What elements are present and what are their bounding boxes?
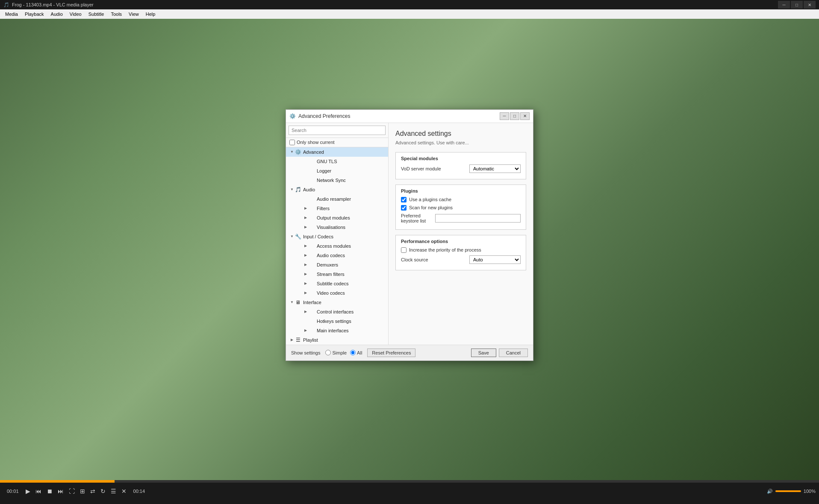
tree-item-gnu-tls[interactable]: GNU TLS	[286, 157, 388, 166]
vod-server-row: VoD server module Automatic	[401, 164, 521, 173]
fullscreen-button[interactable]: ⛶	[67, 487, 77, 495]
tree-item-interface[interactable]: 🖥 Interface	[286, 298, 388, 307]
tree-item-advanced[interactable]: ⚙️ Advanced	[286, 147, 388, 157]
tree-icon-main-interfaces	[308, 327, 315, 334]
show-settings-area: Show settings Simple All Reset Preferenc…	[291, 349, 415, 357]
dialog-restore-button[interactable]: □	[510, 112, 519, 120]
expand-icon-video-codecs	[303, 290, 308, 296]
increase-priority-label: Increase the priority of the process	[409, 247, 481, 252]
expand-icon-interface	[289, 300, 295, 305]
tree-item-access-modules[interactable]: Access modules	[286, 241, 388, 251]
tree-item-audio[interactable]: 🎵 Audio	[286, 185, 388, 194]
only-show-current-row: Only show current	[286, 138, 388, 147]
tree-item-network-sync[interactable]: Network Sync	[286, 176, 388, 185]
menu-help[interactable]: Help	[142, 11, 159, 18]
tree-label-access-modules: Access modules	[317, 243, 386, 249]
dialog-titlebar: ⚙️ Advanced Preferences ─ □ ✕	[286, 110, 533, 123]
preferred-keystore-input[interactable]	[435, 214, 521, 223]
tree-item-demuxers[interactable]: Demuxers	[286, 260, 388, 270]
close-button[interactable]: ✕	[804, 1, 816, 9]
expand-icon-output-modules	[303, 215, 308, 220]
tree-item-audio-codecs[interactable]: Audio codecs	[286, 251, 388, 260]
save-button[interactable]: Save	[471, 349, 496, 357]
vod-server-select[interactable]: Automatic	[469, 164, 521, 173]
tree-icon-output-modules	[308, 214, 315, 221]
tree-item-control-interfaces[interactable]: Control interfaces	[286, 307, 388, 316]
dialog-close-button[interactable]: ✕	[520, 112, 530, 120]
tree-container: ⚙️ Advanced GNU TLS Logger	[286, 147, 388, 345]
shuffle-button[interactable]: ⇄	[88, 487, 97, 495]
tree-label-demuxers: Demuxers	[317, 262, 386, 267]
extended-settings-button[interactable]: ⊞	[78, 487, 87, 495]
menu-playback[interactable]: Playback	[21, 11, 47, 18]
tree-icon-access-modules	[308, 243, 315, 249]
radio-simple-label: Simple	[332, 350, 347, 355]
tree-icon-demuxers	[308, 261, 315, 268]
tree-item-stream-filters[interactable]: Stream filters	[286, 270, 388, 279]
tree-icon-network-sync	[308, 177, 315, 184]
clock-source-select[interactable]: Auto	[469, 255, 521, 264]
tree-icon-advanced: ⚙️	[295, 149, 301, 155]
tree-item-main-interfaces[interactable]: Main interfaces	[286, 326, 388, 335]
titlebar-controls[interactable]: ─ □ ✕	[778, 1, 816, 9]
tree-icon-video-codecs	[308, 290, 315, 296]
repeat-button[interactable]: ↻	[99, 487, 107, 495]
minimize-button[interactable]: ─	[778, 1, 790, 9]
next-button[interactable]: ⏭	[56, 487, 65, 495]
progress-bar-container[interactable]	[0, 480, 819, 483]
tree-label-hotkeys: Hotkeys settings	[317, 319, 386, 324]
radio-all-input[interactable]	[350, 350, 356, 355]
menu-audio[interactable]: Audio	[47, 11, 66, 18]
tree-item-audio-resampler[interactable]: Audio resampler	[286, 194, 388, 204]
menu-video[interactable]: Video	[66, 11, 85, 18]
tree-item-playlist[interactable]: ☰ Playlist	[286, 335, 388, 345]
tree-label-output-modules: Output modules	[317, 215, 386, 220]
volume-icon: 🔊	[767, 489, 773, 494]
menu-tools[interactable]: Tools	[107, 11, 125, 18]
tree-item-hotkeys[interactable]: Hotkeys settings	[286, 316, 388, 326]
reset-preferences-button[interactable]: Reset Preferences	[367, 349, 415, 357]
only-show-current-checkbox[interactable]	[289, 140, 295, 145]
playlist-button[interactable]: ☰	[109, 487, 118, 495]
expand-icon-main-interfaces	[303, 328, 308, 333]
scan-new-plugins-checkbox[interactable]	[401, 205, 407, 211]
dialog-footer: Show settings Simple All Reset Preferenc…	[286, 345, 533, 360]
tree-item-video-codecs[interactable]: Video codecs	[286, 288, 388, 298]
stop-button[interactable]: ⏹	[45, 487, 54, 495]
tree-item-subtitle-codecs[interactable]: Subtitle codecs	[286, 279, 388, 288]
prev-button[interactable]: ⏮	[34, 487, 43, 495]
play-button[interactable]: ▶	[24, 487, 32, 495]
tree-label-stream-filters: Stream filters	[317, 272, 386, 277]
tree-label-network-sync: Network Sync	[317, 178, 386, 183]
radio-simple: Simple	[325, 350, 347, 355]
tree-icon-stream-filters	[308, 271, 315, 278]
cancel-button[interactable]: Cancel	[499, 349, 528, 357]
maximize-button[interactable]: □	[791, 1, 803, 9]
tree-icon-audio-resampler	[308, 196, 315, 202]
tree-item-output-modules[interactable]: Output modules	[286, 213, 388, 223]
increase-priority-checkbox[interactable]	[401, 247, 407, 253]
dialog-title: Advanced Preferences	[298, 113, 350, 119]
tree-item-filters[interactable]: Filters	[286, 204, 388, 213]
radio-all: All	[350, 350, 362, 355]
player-bar: 00:01 ▶ ⏮ ⏹ ⏭ ⛶ ⊞ ⇄ ↻ ☰ ✕ 00:14 🔊 100%	[0, 480, 819, 504]
search-input[interactable]	[289, 126, 386, 135]
radio-simple-input[interactable]	[325, 350, 331, 355]
use-plugins-cache-checkbox[interactable]	[401, 197, 407, 202]
tree-icon-input-codecs: 🔧	[295, 233, 301, 240]
tree-item-input-codecs[interactable]: 🔧 Input / Codecs	[286, 232, 388, 241]
special-modules-title: Special modules	[401, 156, 521, 161]
tree-item-logger[interactable]: Logger	[286, 166, 388, 176]
menu-view[interactable]: View	[125, 11, 142, 18]
dialog-minimize-button[interactable]: ─	[500, 112, 509, 120]
tree-label-control-interfaces: Control interfaces	[317, 309, 386, 314]
app-titlebar: 🎵 Frog - 113403.mp4 - VLC media player ─…	[0, 0, 819, 9]
menu-media[interactable]: Media	[2, 11, 21, 18]
dialog-title-controls[interactable]: ─ □ ✕	[500, 112, 530, 120]
volume-bar[interactable]	[775, 490, 801, 492]
random-button[interactable]: ✕	[120, 487, 128, 495]
only-show-current-label: Only show current	[297, 140, 335, 145]
menu-subtitle[interactable]: Subtitle	[85, 11, 108, 18]
tree-item-visualisations[interactable]: Visualisations	[286, 223, 388, 232]
expand-icon-filters	[303, 206, 308, 211]
